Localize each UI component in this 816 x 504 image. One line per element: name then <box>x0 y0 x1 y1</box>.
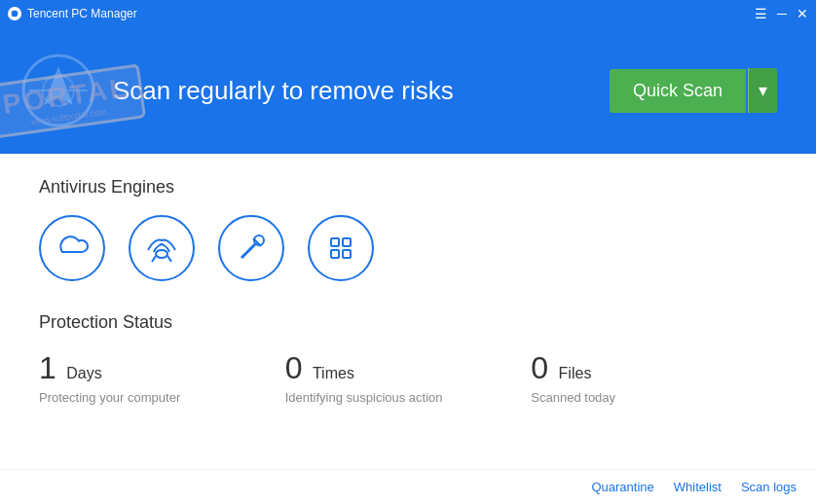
main-content: Antivirus Engines <box>0 154 816 428</box>
stat-times-number: 0 <box>285 350 303 385</box>
protection-section-title: Protection Status <box>39 312 777 333</box>
hero-tagline: Scan regularly to remove risks <box>113 76 454 106</box>
engine-tencent <box>129 215 195 281</box>
menu-button[interactable]: ☰ <box>755 7 767 20</box>
quarantine-link[interactable]: Quarantine <box>591 480 653 494</box>
protection-section: Protection Status 1 Days Protecting your… <box>39 312 777 405</box>
stat-files-number: 0 <box>531 350 548 385</box>
stat-files: 0 Files Scanned today <box>531 350 777 405</box>
svg-point-0 <box>11 10 19 18</box>
stat-files-unit: Files <box>559 365 592 381</box>
hero-actions: Quick Scan ▾ <box>610 68 777 113</box>
minimize-button[interactable]: ─ <box>777 7 787 20</box>
stat-times-unit: Times <box>313 365 354 381</box>
stat-files-desc: Scanned today <box>531 390 777 405</box>
app-icon <box>8 7 21 20</box>
stats-row: 1 Days Protecting your computer 0 Times … <box>39 350 777 405</box>
dropdown-chevron: ▾ <box>759 81 767 100</box>
engines-row <box>39 215 777 281</box>
stat-days-unit: Days <box>66 365 101 381</box>
stat-times: 0 Times Identifying suspicious action <box>285 350 532 405</box>
svg-rect-12 <box>331 250 339 258</box>
svg-rect-11 <box>343 238 351 246</box>
whitelist-link[interactable]: Whitelist <box>674 480 722 494</box>
app-title: Tencent PC Manager <box>27 7 137 20</box>
engine-repair <box>218 215 284 281</box>
engine-windows <box>308 215 374 281</box>
stat-days-number: 1 <box>39 350 56 385</box>
scan-logs-link[interactable]: Scan logs <box>741 480 797 494</box>
antivirus-section: Antivirus Engines <box>39 177 777 281</box>
svg-point-6 <box>156 250 167 258</box>
close-button[interactable]: ✕ <box>797 7 808 20</box>
svg-rect-10 <box>331 238 339 246</box>
svg-marker-2 <box>44 66 73 105</box>
hero-banner: PORTAL www.softportal.com Scan regularly… <box>0 27 816 154</box>
hero-left: Scan regularly to remove risks <box>19 52 454 129</box>
quick-scan-dropdown-button[interactable]: ▾ <box>748 68 777 113</box>
footer: Quarantine Whitelist Scan logs <box>0 469 816 504</box>
stat-days-desc: Protecting your computer <box>39 390 285 405</box>
title-bar-left: Tencent PC Manager <box>8 7 137 20</box>
stat-times-desc: Identifying suspicious action <box>285 390 532 405</box>
window-controls: ☰ ─ ✕ <box>755 7 808 20</box>
quick-scan-button[interactable]: Quick Scan <box>610 69 746 113</box>
hero-logo <box>19 52 97 129</box>
stat-days: 1 Days Protecting your computer <box>39 350 285 405</box>
engine-cloud <box>39 215 105 281</box>
title-bar: Tencent PC Manager ☰ ─ ✕ <box>0 0 816 27</box>
svg-rect-13 <box>343 250 351 258</box>
svg-line-7 <box>241 244 255 258</box>
antivirus-section-title: Antivirus Engines <box>39 177 777 198</box>
